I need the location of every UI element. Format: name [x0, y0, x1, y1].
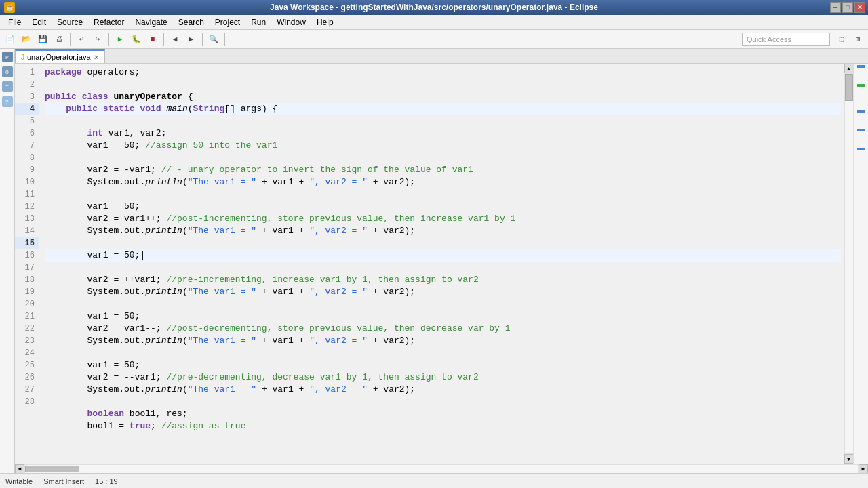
- code-line-5: int var1, var2;: [45, 128, 166, 138]
- editor-body: 1 2 3 4 5 6 7 8 9 10 11 12 13 14 15 16 1: [15, 64, 868, 473]
- window-title: Java Workspace - gettingStartedWithJava/…: [270, 3, 598, 12]
- help-icon[interactable]: ?: [2, 96, 13, 107]
- views-button[interactable]: ⊞: [850, 32, 865, 47]
- line-num-16: 16: [15, 249, 39, 262]
- code-line-19: var1 = 50;: [45, 311, 140, 321]
- hscroll-thumb[interactable]: [25, 466, 79, 472]
- menu-search[interactable]: Search: [173, 16, 210, 28]
- line-num-27: 27: [15, 384, 39, 396]
- maximize-button[interactable]: □: [842, 2, 853, 13]
- code-line-12: var2 = var1++; //post-incrementing, stor…: [45, 214, 515, 224]
- redo-button[interactable]: ↪: [90, 32, 105, 47]
- quick-access-box[interactable]: Quick Access: [742, 33, 830, 46]
- code-line-9: System.out.println("The var1 = " + var1 …: [45, 177, 415, 187]
- scroll-up-button[interactable]: ▲: [844, 64, 854, 73]
- annotation-2: [857, 84, 865, 87]
- new-button[interactable]: 📄: [3, 32, 18, 47]
- stop-button[interactable]: ■: [145, 32, 160, 47]
- line-num-6: 6: [15, 127, 39, 140]
- back-button[interactable]: ◀: [167, 32, 182, 47]
- menu-help[interactable]: Help: [311, 16, 339, 28]
- close-button[interactable]: ✕: [854, 2, 865, 13]
- status-writable: Writable: [5, 477, 33, 485]
- menu-bar: File Edit Source Refactor Navigate Searc…: [0, 15, 868, 30]
- left-gutter: P O T ?: [0, 49, 15, 473]
- menu-refactor[interactable]: Refactor: [88, 16, 130, 28]
- undo-button[interactable]: ↩: [74, 32, 89, 47]
- line-num-10: 10: [15, 176, 39, 188]
- line-num-2: 2: [15, 79, 39, 91]
- scroll-left-button[interactable]: ◀: [15, 464, 24, 474]
- line-num-11: 11: [15, 188, 39, 201]
- line-num-21: 21: [15, 310, 39, 323]
- sep3: [163, 33, 164, 46]
- window-controls: ─ □ ✕: [830, 2, 865, 13]
- scroll-track[interactable]: [844, 73, 854, 454]
- code-line-14: [45, 238, 50, 248]
- line-num-12: 12: [15, 201, 39, 213]
- quick-access-label: Quick Access: [747, 35, 791, 43]
- sep1: [70, 33, 71, 46]
- menu-edit[interactable]: Edit: [26, 16, 52, 28]
- line-num-7: 7: [15, 140, 39, 152]
- code-line-18: [45, 299, 50, 309]
- code-line-16: var2 = ++var1; //pre-incrementing, incre…: [45, 274, 479, 285]
- editor-main: 1 2 3 4 5 6 7 8 9 10 11 12 13 14 15 16 1: [15, 64, 868, 464]
- title-bar: ☕ Java Workspace - gettingStartedWithJav…: [0, 0, 868, 15]
- perspective-button[interactable]: ⬚: [834, 32, 849, 47]
- menu-file[interactable]: File: [3, 16, 26, 28]
- line-num-28: 28: [15, 396, 39, 408]
- menu-project[interactable]: Project: [210, 16, 245, 28]
- menu-window[interactable]: Window: [271, 16, 311, 28]
- right-gutter: [853, 64, 868, 464]
- task-icon[interactable]: T: [2, 81, 13, 92]
- code-line-8: var2 = -var1; // - unary operator to inv…: [45, 165, 473, 175]
- open-button[interactable]: 📂: [19, 32, 34, 47]
- search-button[interactable]: 🔍: [206, 32, 221, 47]
- line-num-17: 17: [15, 262, 39, 274]
- line-num-23: 23: [15, 335, 39, 347]
- editor-tab[interactable]: J unaryOperator.java ✕: [15, 49, 105, 63]
- horizontal-scrollbar: ◀ ▶: [15, 464, 868, 473]
- menu-navigate[interactable]: Navigate: [130, 16, 172, 28]
- line-num-15: 15: [15, 237, 39, 249]
- package-explorer-icon[interactable]: P: [2, 52, 13, 62]
- main-layout: P O T ? J unaryOperator.java ✕ 1 2 3 4: [0, 49, 868, 473]
- code-line-2: [45, 79, 50, 89]
- menu-source[interactable]: Source: [52, 16, 88, 28]
- line-num-1: 1: [15, 66, 39, 79]
- line-num-3: 3: [15, 91, 39, 103]
- hscroll-track[interactable]: [24, 464, 859, 474]
- code-editor-content[interactable]: package operators; public class unaryOpe…: [39, 64, 844, 464]
- tab-bar: J unaryOperator.java ✕: [15, 49, 868, 64]
- sep5: [224, 33, 225, 46]
- code-line-7: [45, 152, 50, 163]
- menu-run[interactable]: Run: [245, 16, 271, 28]
- print-button[interactable]: 🖨: [52, 32, 66, 47]
- line-num-14: 14: [15, 225, 39, 237]
- code-line-22: [45, 348, 50, 358]
- save-button[interactable]: 💾: [35, 32, 50, 47]
- sep4: [202, 33, 203, 46]
- forward-button[interactable]: ▶: [184, 32, 199, 47]
- scroll-right-button[interactable]: ▶: [859, 464, 868, 474]
- annotation-3: [857, 110, 865, 113]
- scroll-down-button[interactable]: ▼: [844, 454, 854, 464]
- debug-button[interactable]: 🐛: [129, 32, 144, 47]
- annotation-1: [857, 65, 865, 68]
- scroll-thumb[interactable]: [845, 74, 853, 101]
- code-line-20: var2 = var1--; //post-decrementing, stor…: [45, 323, 511, 333]
- line-num-18: 18: [15, 274, 39, 286]
- minimize-button[interactable]: ─: [830, 2, 841, 13]
- code-line-21: System.out.println("The var1 = " + var1 …: [45, 336, 415, 346]
- line-num-5: 5: [15, 115, 39, 127]
- code-line-13: System.out.println("The var1 = " + var1 …: [45, 226, 415, 236]
- line-num-8: 8: [15, 152, 39, 164]
- code-line-3: public class unaryOperator {: [45, 92, 193, 102]
- outline-icon[interactable]: O: [2, 66, 13, 77]
- line-num-13: 13: [15, 213, 39, 225]
- code-line-28: bool1 = true; //assign as true: [45, 421, 245, 431]
- tab-close-button[interactable]: ✕: [94, 54, 99, 61]
- line-num-24: 24: [15, 347, 39, 359]
- run-button[interactable]: ▶: [113, 32, 127, 47]
